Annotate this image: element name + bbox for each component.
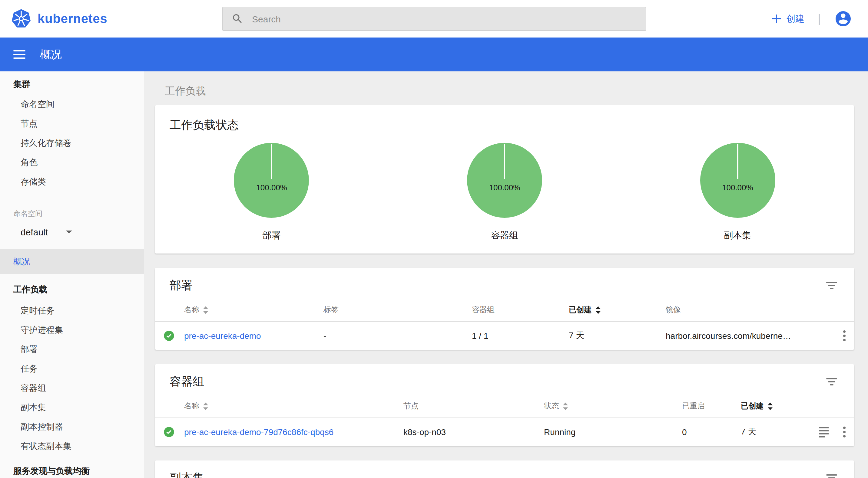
node-cell: k8s-op-n03 — [403, 418, 544, 446]
pie-percent: 100.00% — [234, 183, 309, 193]
namespace-select[interactable]: default — [21, 222, 144, 241]
labels-cell: - — [323, 321, 472, 350]
created-cell: 7 天 — [569, 321, 666, 350]
pods-cell: 1 / 1 — [472, 321, 569, 350]
app-bar: 概况 — [0, 37, 868, 71]
sidebar-item-roles[interactable]: 角色 — [0, 152, 144, 172]
filter-icon[interactable] — [824, 279, 840, 292]
create-button-label: 创建 — [786, 13, 804, 25]
pie-deployments: 100.00% — [234, 143, 309, 218]
images-cell: harbor.aircourses.com/kuberne… — [666, 321, 820, 350]
pie-pods: 100.00% — [467, 143, 542, 218]
create-button[interactable]: 创建 — [772, 13, 804, 25]
header-divider: | — [818, 12, 821, 25]
pie-replica-sets: 100.00% — [700, 143, 775, 218]
namespace-selected-value: default — [21, 227, 48, 237]
sidebar-item-storage-classes[interactable]: 存储类 — [0, 172, 144, 191]
header-actions: 创建 | — [772, 10, 868, 28]
sidebar-item-stateful-sets[interactable]: 有状态副本集 — [0, 436, 144, 455]
top-header: kubernetes 创建 | — [0, 0, 868, 37]
sort-icon — [563, 402, 568, 410]
main-content: 工作负载 工作负载状态 100.00% 部署 100.00% — [144, 71, 868, 478]
column-actions — [801, 395, 854, 418]
sidebar-section-discovery: 服务发现与负载均衡 — [0, 459, 144, 478]
logs-icon[interactable] — [816, 424, 831, 440]
pie-label: 部署 — [262, 230, 281, 241]
search-input[interactable] — [251, 13, 637, 25]
kubernetes-logo-icon — [11, 8, 31, 29]
status-column — [155, 395, 184, 418]
sidebar-item-namespaces[interactable]: 命名空间 — [0, 94, 144, 114]
sidebar-item-overview[interactable]: 概况 — [0, 249, 144, 274]
column-images: 镜像 — [666, 298, 820, 321]
success-check-icon — [163, 330, 175, 342]
brand-name: kubernetes — [37, 11, 107, 26]
pie-chart-deployments: 100.00% 部署 — [155, 143, 388, 241]
sidebar-item-pods[interactable]: 容器组 — [0, 378, 144, 398]
sort-icon — [203, 306, 208, 314]
card-title: 容器组 — [169, 374, 204, 390]
menu-icon[interactable] — [12, 48, 27, 61]
column-pods: 容器组 — [472, 298, 569, 321]
table-row: pre-ac-eureka-demo-79d76c86fc-qbqs6 k8s-… — [155, 418, 854, 446]
status-column — [155, 298, 184, 321]
deployments-table: 名称 标签 容器组 已创建 镜像 — [155, 298, 854, 350]
replica-sets-card: 副本集 — [155, 460, 854, 478]
filter-icon[interactable] — [824, 472, 840, 478]
column-created[interactable]: 已创建 — [569, 298, 666, 321]
sidebar-item-daemon-sets[interactable]: 守护进程集 — [0, 320, 144, 339]
kubernetes-dashboard: kubernetes 创建 | 概况 集群 — [0, 0, 868, 478]
card-title: 工作负载状态 — [155, 105, 854, 137]
pie-chart-replica-sets: 100.00% 副本集 — [621, 143, 854, 241]
sort-icon — [203, 402, 208, 410]
sidebar: 集群 命名空间 节点 持久化存储卷 角色 存储类 命名空间 default 概况… — [0, 71, 144, 478]
column-name[interactable]: 名称 — [184, 298, 323, 321]
status-charts: 100.00% 部署 100.00% 容器组 100.00% — [155, 137, 854, 253]
workload-status-card: 工作负载状态 100.00% 部署 100.00% 容器组 — [155, 105, 854, 253]
sidebar-item-cron-jobs[interactable]: 定时任务 — [0, 301, 144, 320]
sidebar-item-persistent-volumes[interactable]: 持久化存储卷 — [0, 133, 144, 152]
sidebar-item-nodes[interactable]: 节点 — [0, 114, 144, 133]
status-text-cell: Running — [544, 418, 682, 446]
search-icon — [231, 13, 244, 25]
filter-icon[interactable] — [824, 376, 840, 388]
pie-percent: 100.00% — [700, 183, 775, 193]
card-title: 副本集 — [169, 470, 204, 478]
table-row: pre-ac-eureka-demo - 1 / 1 7 天 harbor.ai… — [155, 321, 854, 350]
sidebar-section-workloads: 工作负载 — [0, 278, 144, 301]
sidebar-item-replication-controllers[interactable]: 副本控制器 — [0, 417, 144, 436]
card-title: 部署 — [169, 278, 193, 294]
status-cell — [155, 418, 184, 446]
pie-label: 容器组 — [491, 230, 518, 241]
sort-icon — [767, 402, 773, 410]
appbar-title: 概况 — [40, 47, 62, 62]
column-menu — [820, 298, 854, 321]
column-name[interactable]: 名称 — [184, 395, 403, 418]
pods-table: 名称 节点 状态 已重启 已创建 — [155, 395, 854, 446]
sidebar-item-jobs[interactable]: 任务 — [0, 359, 144, 378]
chevron-down-icon — [66, 230, 72, 233]
column-labels: 标签 — [323, 298, 472, 321]
sort-icon — [595, 306, 600, 314]
pie-percent: 100.00% — [467, 183, 542, 193]
sidebar-item-deployments[interactable]: 部署 — [0, 339, 144, 359]
sidebar-section-cluster: 集群 — [0, 74, 144, 94]
deployment-name-link[interactable]: pre-ac-eureka-demo — [184, 331, 261, 341]
sidebar-item-replica-sets[interactable]: 副本集 — [0, 398, 144, 417]
plus-icon — [772, 14, 781, 23]
account-icon[interactable] — [834, 10, 852, 28]
column-node: 节点 — [403, 395, 544, 418]
pod-name-link[interactable]: pre-ac-eureka-demo-79d76c86fc-qbqs6 — [184, 427, 334, 437]
status-cell — [155, 321, 184, 350]
brand[interactable]: kubernetes — [0, 8, 217, 29]
more-menu-icon[interactable] — [841, 424, 848, 440]
column-created[interactable]: 已创建 — [741, 395, 801, 418]
pods-card: 容器组 名称 节点 状态 — [155, 364, 854, 446]
created-cell: 7 天 — [741, 418, 801, 446]
column-status[interactable]: 状态 — [544, 395, 682, 418]
more-menu-icon[interactable] — [841, 328, 848, 344]
search-bar[interactable] — [222, 7, 646, 31]
namespace-label: 命名空间 — [0, 206, 144, 221]
content-title: 工作负载 — [155, 80, 854, 105]
pie-label: 副本集 — [724, 230, 751, 241]
